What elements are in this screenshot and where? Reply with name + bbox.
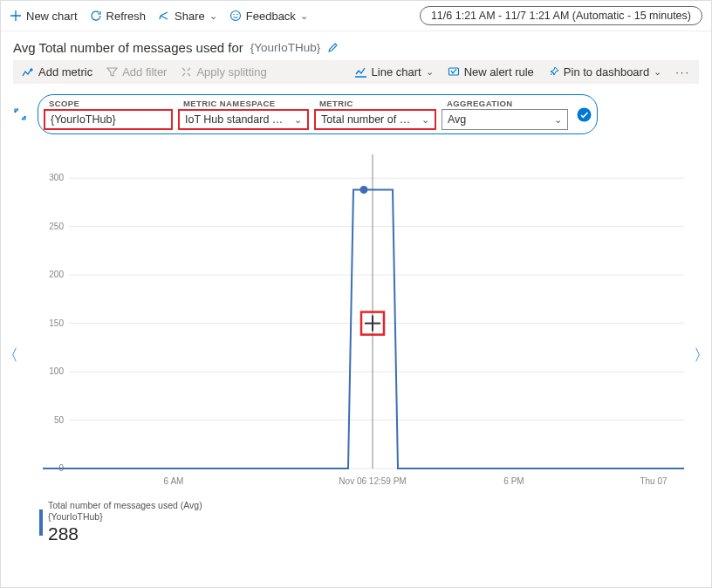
scope-label: SCOPE (44, 99, 173, 108)
expand-icon[interactable] (13, 107, 27, 121)
apply-splitting-button[interactable]: Apply splitting (181, 65, 266, 79)
pin-icon (548, 66, 559, 78)
smiley-icon (229, 10, 242, 22)
svg-text:Thu 07: Thu 07 (640, 476, 668, 486)
add-metric-label: Add metric (38, 65, 92, 79)
refresh-icon (90, 10, 102, 22)
feedback-label: Feedback (246, 10, 296, 23)
metrics-chart[interactable]: 0501001502002503006 AMNov 06 12:59 PM6 P… (43, 150, 684, 495)
next-arrow[interactable]: 〉 (694, 345, 709, 366)
feedback-button[interactable]: Feedback ⌄ (229, 10, 308, 23)
namespace-select[interactable]: IoT Hub standard m... ⌄ (178, 109, 309, 130)
scope-value: {YourIoTHub} (51, 113, 116, 126)
timerange-label: 11/6 1:21 AM - 11/7 1:21 AM (Automatic -… (431, 10, 691, 22)
svg-point-2 (236, 14, 237, 15)
share-label: Share (175, 10, 205, 23)
prev-arrow[interactable]: 〈 (3, 345, 18, 366)
chevron-down-icon: ⌄ (654, 66, 661, 78)
metric-value: Total number of me... (321, 113, 416, 126)
legend-series-scope: {YourIoTHub} (48, 511, 202, 523)
legend-series-name: Total number of messages used (Avg) (48, 500, 202, 511)
plus-icon (10, 10, 22, 22)
svg-text:6 AM: 6 AM (164, 476, 184, 486)
alert-icon (448, 66, 460, 79)
svg-point-0 (230, 11, 240, 21)
new-chart-button[interactable]: New chart (10, 10, 78, 23)
new-alert-button[interactable]: New alert rule (448, 65, 534, 79)
legend-color-bar (39, 509, 43, 536)
aggregation-label: AGGREGATION (442, 99, 568, 108)
add-metric-icon (22, 66, 34, 79)
split-icon (181, 66, 192, 78)
new-chart-label: New chart (26, 10, 78, 23)
add-filter-label: Add filter (122, 65, 167, 79)
chevron-down-icon: ⌄ (209, 10, 217, 22)
chevron-down-icon: ⌄ (300, 10, 308, 22)
namespace-value: IoT Hub standard m... (185, 113, 289, 126)
title-text: Avg Total number of messages used for (13, 40, 243, 55)
new-alert-label: New alert rule (464, 65, 534, 79)
namespace-label: METRIC NAMESPACE (178, 99, 309, 108)
more-button[interactable]: ··· (675, 65, 690, 79)
svg-text:150: 150 (49, 318, 64, 328)
svg-text:100: 100 (49, 366, 64, 376)
add-filter-button[interactable]: Add filter (106, 65, 167, 79)
add-metric-button[interactable]: Add metric (22, 65, 92, 79)
chart-legend: Total number of messages used (Avg) {You… (39, 500, 711, 544)
line-chart-icon (354, 66, 367, 79)
svg-text:300: 300 (49, 173, 64, 182)
pin-button[interactable]: Pin to dashboard ⌄ (548, 65, 661, 79)
chart-type-label: Line chart (372, 65, 421, 79)
metric-select[interactable]: Total number of me... ⌄ (314, 109, 436, 130)
metric-label: METRIC (314, 99, 436, 108)
metric-filter-pill: SCOPE {YourIoTHub} METRIC NAMESPACE IoT … (38, 94, 598, 134)
svg-text:250: 250 (49, 222, 64, 231)
filter-icon (106, 66, 118, 78)
svg-point-1 (233, 14, 234, 15)
pin-label: Pin to dashboard (564, 65, 649, 79)
share-button[interactable]: Share ⌄ (158, 10, 217, 23)
chevron-down-icon: ⌄ (421, 114, 429, 126)
svg-text:50: 50 (54, 415, 65, 425)
timerange-picker[interactable]: 11/6 1:21 AM - 11/7 1:21 AM (Automatic -… (420, 6, 702, 25)
share-icon (158, 10, 170, 22)
apply-splitting-label: Apply splitting (196, 65, 266, 79)
svg-text:6 PM: 6 PM (503, 476, 524, 486)
chart-type-button[interactable]: Line chart ⌄ (354, 65, 434, 79)
refresh-button[interactable]: Refresh (90, 10, 147, 23)
svg-text:Nov 06 12:59 PM: Nov 06 12:59 PM (339, 476, 406, 486)
svg-point-4 (578, 107, 592, 121)
confirm-icon[interactable] (577, 99, 592, 130)
svg-point-24 (360, 186, 368, 194)
chevron-down-icon: ⌄ (294, 114, 302, 126)
aggregation-select[interactable]: Avg ⌄ (442, 109, 568, 130)
refresh-label: Refresh (106, 10, 147, 23)
chevron-down-icon: ⌄ (554, 114, 562, 126)
legend-value: 288 (48, 523, 202, 544)
svg-text:200: 200 (49, 270, 64, 279)
title-scope: {YourIoTHub} (250, 41, 321, 54)
edit-icon[interactable] (327, 42, 339, 53)
scope-select[interactable]: {YourIoTHub} (44, 109, 173, 130)
chevron-down-icon: ⌄ (426, 66, 434, 78)
page-title: Avg Total number of messages used for {Y… (1, 31, 711, 60)
aggregation-value: Avg (448, 113, 466, 126)
